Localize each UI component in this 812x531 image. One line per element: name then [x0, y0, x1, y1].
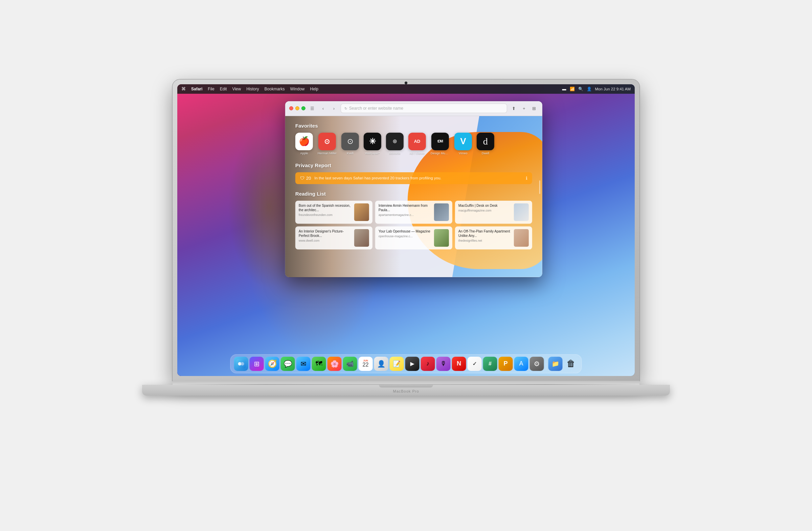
favorites-section: Favorites 🍎 Apple ⊙ Herman	[295, 123, 532, 155]
safari-new-tab-page: Favorites 🍎 Apple ⊙ Herman	[285, 116, 542, 277]
back-button[interactable]: ‹	[319, 104, 327, 112]
kvell-label: Kvell	[347, 152, 353, 155]
reading-item-5-title: An Off-The-Plan Family Apartment Unlike …	[459, 229, 511, 238]
favorite-kvell[interactable]: ⊙ Kvell	[342, 133, 359, 155]
desktop-content: ☰ ‹ › ↻ Search or enter website name ⬆ +…	[177, 94, 635, 376]
dock-launchpad[interactable]: ⊞	[250, 357, 264, 371]
apple-label: Apple	[300, 152, 308, 155]
dock-messages[interactable]: 💬	[281, 357, 295, 371]
dock-notes[interactable]: 📝	[390, 357, 404, 371]
dock-numbers[interactable]: #	[483, 357, 497, 371]
dock-news[interactable]: N	[452, 357, 466, 371]
safari-toolbar-right: ⬆ + ⊞	[510, 104, 538, 112]
reading-item-1-text: Interview Armin Heinemann from Paula... …	[379, 203, 431, 221]
search-icon[interactable]: 🔍	[578, 87, 583, 91]
dm-favicon: tDM	[431, 133, 449, 150]
dock-contacts[interactable]: 👤	[374, 357, 388, 371]
macbook-outer: ⌘ Safari File Edit View History Bookmark…	[142, 80, 670, 452]
menu-help[interactable]: Help	[310, 87, 318, 91]
dock-appletv[interactable]: ▶	[405, 357, 420, 371]
reading-item-3-thumb	[354, 229, 369, 247]
reading-list-section: Reading List Born out of the Spanish rec…	[295, 191, 532, 249]
address-bar[interactable]: ↻ Search or enter website name	[341, 103, 507, 113]
reading-item-0[interactable]: Born out of the Spanish recession, the a…	[295, 201, 373, 224]
reading-item-4[interactable]: Your Lab Openhouse — Magazine openhouse-…	[375, 226, 452, 249]
apple-menu-icon[interactable]: ⌘	[182, 86, 186, 91]
menu-file[interactable]: File	[208, 87, 214, 91]
privacy-info-icon[interactable]: ℹ	[526, 176, 527, 181]
favorite-ad[interactable]: AD AD | Clever	[408, 133, 426, 155]
favorite-dm[interactable]: tDM Design Museum	[431, 133, 450, 155]
reading-item-0-url: freundevonfreunden.com	[299, 213, 351, 217]
favorite-monocle[interactable]: ⊛ Monocle	[386, 133, 404, 155]
battery-icon: ▬	[562, 87, 566, 91]
dock-appstore[interactable]: A	[514, 357, 528, 371]
dock-facetime[interactable]: 📹	[343, 357, 357, 371]
dock-photos[interactable]: 🌸	[328, 357, 342, 371]
dock-files[interactable]: 📁	[548, 357, 563, 371]
menu-window[interactable]: Window	[290, 87, 305, 91]
dock-syspreferences[interactable]: ⚙	[530, 357, 544, 371]
reading-item-5[interactable]: An Off-The-Plan Family Apartment Unlike …	[455, 226, 532, 249]
menu-safari[interactable]: Safari	[191, 87, 202, 91]
dock-finder[interactable]	[234, 357, 248, 371]
monocle-label: Monocle	[389, 152, 401, 155]
kvell-favicon: ⊙	[342, 133, 359, 150]
reading-item-3[interactable]: An Interior Designer's Picture-Perfect B…	[295, 226, 373, 249]
reading-item-2-url: macguffinmagazine.com	[459, 209, 511, 212]
favorite-apple[interactable]: 🍎 Apple	[295, 133, 313, 155]
reading-item-2-text: MacGuffin | Desk on Desk macguffinmagazi…	[459, 203, 511, 221]
dock-maps[interactable]: 🗺	[312, 357, 326, 371]
menu-history[interactable]: History	[246, 87, 259, 91]
privacy-message: In the last seven days Safari has preven…	[314, 176, 522, 180]
dock-calendar[interactable]: JUN 22	[359, 357, 373, 371]
menu-edit[interactable]: Edit	[220, 87, 227, 91]
favorites-title: Favorites	[295, 123, 532, 129]
close-button[interactable]	[289, 106, 293, 110]
macbook-base-notch	[379, 385, 433, 388]
privacy-shield-icon: 🛡 20	[300, 176, 311, 181]
sidebar-toggle-button[interactable]: ☰	[308, 104, 316, 112]
dock-reminders[interactable]: ✓	[467, 357, 482, 371]
macbook-model-label: MacBook Pro	[393, 389, 419, 393]
dock-trash[interactable]: 🗑	[564, 357, 578, 371]
privacy-count-number: 20	[306, 176, 311, 181]
camera	[405, 82, 407, 84]
screen-bezel: ⌘ Safari File Edit View History Bookmark…	[173, 80, 639, 381]
dock-podcasts[interactable]: 🎙	[436, 357, 451, 371]
favorite-dwell[interactable]: d Dwell	[477, 133, 494, 155]
reading-item-0-thumb	[354, 203, 369, 221]
refresh-icon: ↻	[345, 106, 347, 110]
reading-item-1-thumb	[434, 203, 449, 221]
dock-music[interactable]: ♪	[421, 357, 435, 371]
menu-view[interactable]: View	[232, 87, 241, 91]
macbook-base: MacBook Pro	[142, 385, 670, 396]
forward-button[interactable]: ›	[330, 104, 338, 112]
reading-item-5-url: thedesignfiles.net	[459, 239, 511, 242]
favorite-wallpaper[interactable]: ✳ Wallpaper*	[364, 133, 381, 155]
grid-view-button[interactable]: ⊞	[530, 104, 538, 112]
privacy-report-bar[interactable]: 🛡 20 In the last seven days Safari has p…	[295, 172, 532, 184]
dock-pages[interactable]: P	[499, 357, 513, 371]
reading-item-2[interactable]: MacGuffin | Desk on Desk macguffinmagazi…	[455, 201, 532, 224]
traffic-lights	[289, 106, 305, 110]
dwell-label: Dwell	[482, 152, 489, 155]
reading-item-5-text: An Off-The-Plan Family Apartment Unlike …	[459, 229, 511, 247]
minimize-button[interactable]	[295, 106, 300, 110]
reading-item-1[interactable]: Interview Armin Heinemann from Paula... …	[375, 201, 452, 224]
safari-window[interactable]: ☰ ‹ › ↻ Search or enter website name ⬆ +…	[285, 101, 542, 277]
dock-safari[interactable]: 🧭	[265, 357, 279, 371]
favorite-vimeo[interactable]: V Vimeo	[454, 133, 472, 155]
user-icon: 👤	[587, 87, 592, 91]
menu-bookmarks[interactable]: Bookmarks	[264, 87, 285, 91]
share-button[interactable]: ⬆	[510, 104, 518, 112]
menu-bar: ⌘ Safari File Edit View History Bookmark…	[177, 84, 635, 94]
dock: ⊞ 🧭 💬 ✉ 🗺	[230, 354, 582, 373]
dock-mail[interactable]: ✉	[296, 357, 310, 371]
favorite-hm[interactable]: ⊙ Herman Miller	[318, 133, 337, 155]
new-tab-button[interactable]: +	[520, 104, 528, 112]
privacy-report-title: Privacy Report	[295, 162, 532, 168]
address-bar-placeholder: Search or enter website name	[349, 106, 504, 111]
maximize-button[interactable]	[302, 106, 305, 110]
ad-favicon: AD	[408, 133, 426, 150]
